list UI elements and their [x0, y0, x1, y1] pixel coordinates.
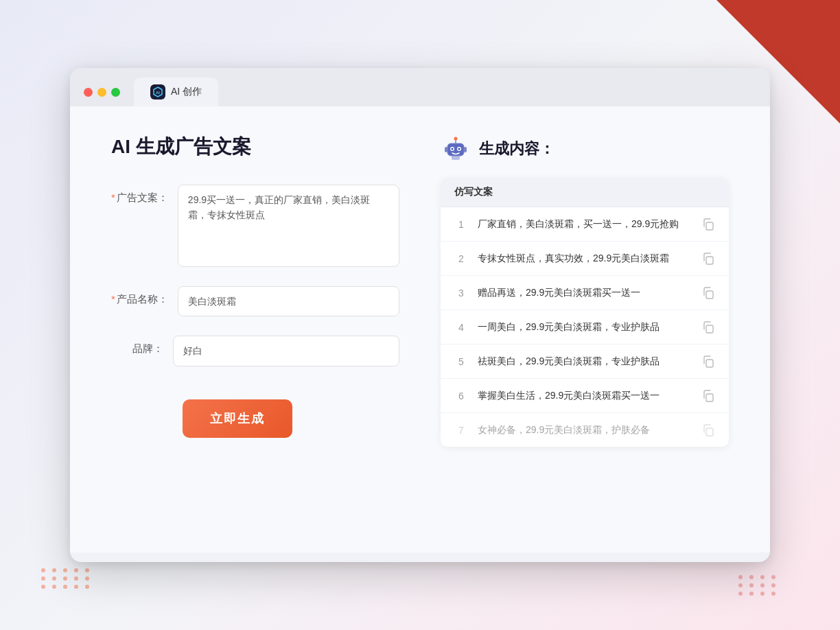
svg-point-8 — [454, 137, 458, 141]
row-number: 6 — [454, 390, 468, 401]
svg-rect-12 — [706, 222, 713, 230]
row-text: 专抹女性斑点，真实功效，29.9元美白淡斑霜 — [478, 251, 692, 266]
result-rows-container: 1 厂家直销，美白淡斑霜，买一送一，29.9元抢购 2 专抹女性斑点，真实功效，… — [441, 207, 729, 447]
traffic-lights — [84, 88, 120, 97]
row-number: 3 — [454, 288, 468, 299]
browser-chrome: AI AI 创作 — [70, 68, 770, 106]
row-text: 赠品再送，29.9元美白淡斑霜买一送一 — [478, 285, 692, 300]
product-name-input[interactable] — [178, 286, 399, 316]
copy-icon[interactable] — [701, 423, 715, 437]
table-row: 6 掌握美白生活，29.9元美白淡斑霜买一送一 — [441, 379, 729, 413]
svg-rect-13 — [706, 257, 713, 264]
browser-window: AI AI 创作 AI 生成广告文案 *广告文案： *产品名称： — [70, 68, 770, 562]
svg-point-6 — [458, 148, 460, 150]
product-name-required: * — [111, 293, 115, 305]
copy-icon[interactable] — [701, 355, 715, 369]
generate-button[interactable]: 立即生成 — [183, 399, 292, 438]
left-panel: AI 生成广告文案 *广告文案： *产品名称： 品牌： 立 — [111, 134, 399, 518]
traffic-light-green[interactable] — [111, 88, 120, 97]
traffic-light-yellow[interactable] — [97, 88, 106, 97]
brand-label: 品牌： — [111, 336, 173, 355]
svg-rect-15 — [706, 325, 713, 333]
row-text: 祛斑美白，29.9元美白淡斑霜，专业护肤品 — [478, 354, 692, 369]
row-number: 5 — [454, 356, 468, 367]
browser-content: AI 生成广告文案 *广告文案： *产品名称： 品牌： 立 — [70, 106, 770, 552]
table-row: 2 专抹女性斑点，真实功效，29.9元美白淡斑霜 — [441, 242, 729, 276]
row-number: 4 — [454, 322, 468, 333]
result-title: 生成内容： — [479, 139, 555, 159]
svg-rect-17 — [706, 394, 713, 401]
product-name-row: *产品名称： — [111, 286, 399, 316]
svg-rect-16 — [706, 360, 713, 367]
traffic-light-red[interactable] — [84, 88, 93, 97]
ad-copy-input[interactable] — [178, 185, 399, 267]
brand-input[interactable] — [173, 336, 399, 366]
table-row: 5 祛斑美白，29.9元美白淡斑霜，专业护肤品 — [441, 345, 729, 379]
tab-icon: AI — [150, 84, 165, 100]
copy-icon[interactable] — [701, 218, 715, 231]
table-row: 4 一周美白，29.9元美白淡斑霜，专业护肤品 — [441, 310, 729, 345]
svg-text:AI: AI — [156, 91, 160, 95]
table-row: 1 厂家直销，美白淡斑霜，买一送一，29.9元抢购 — [441, 207, 729, 242]
ad-copy-required: * — [111, 191, 115, 203]
svg-rect-10 — [464, 147, 467, 152]
brand-row: 品牌： — [111, 336, 399, 366]
result-table-header: 仿写文案 — [441, 178, 729, 207]
copy-icon[interactable] — [701, 286, 715, 300]
svg-point-5 — [452, 148, 454, 150]
copy-icon[interactable] — [701, 252, 715, 266]
browser-tab[interactable]: AI AI 创作 — [134, 78, 218, 106]
row-text: 女神必备，29.9元美白淡斑霜，护肤必备 — [478, 423, 692, 437]
tab-label: AI 创作 — [171, 86, 202, 98]
decorative-dots-left — [41, 568, 92, 589]
ad-copy-label: *广告文案： — [111, 185, 178, 205]
ad-copy-row: *广告文案： — [111, 185, 399, 267]
result-table: 仿写文案 1 厂家直销，美白淡斑霜，买一送一，29.9元抢购 2 专抹女性斑点，… — [441, 178, 729, 447]
table-row: 7 女神必备，29.9元美白淡斑霜，护肤必备 — [441, 413, 729, 447]
svg-rect-14 — [706, 291, 713, 299]
svg-rect-9 — [445, 147, 447, 152]
robot-icon — [441, 134, 471, 164]
page-title: AI 生成广告文案 — [111, 134, 399, 160]
row-number: 2 — [454, 253, 468, 264]
row-number: 7 — [454, 425, 468, 436]
row-text: 厂家直销，美白淡斑霜，买一送一，29.9元抢购 — [478, 217, 692, 231]
result-header: 生成内容： — [441, 134, 729, 164]
copy-icon[interactable] — [701, 389, 715, 403]
right-panel: 生成内容： 仿写文案 1 厂家直销，美白淡斑霜，买一送一，29.9元抢购 2 专… — [441, 134, 729, 518]
table-row: 3 赠品再送，29.9元美白淡斑霜买一送一 — [441, 276, 729, 310]
row-text: 掌握美白生活，29.9元美白淡斑霜买一送一 — [478, 388, 692, 403]
row-text: 一周美白，29.9元美白淡斑霜，专业护肤品 — [478, 320, 692, 334]
svg-rect-11 — [452, 156, 460, 160]
product-name-label: *产品名称： — [111, 286, 178, 306]
decorative-dots-right — [738, 575, 778, 596]
copy-icon[interactable] — [701, 320, 715, 334]
row-number: 1 — [454, 219, 468, 230]
svg-rect-18 — [706, 428, 713, 436]
